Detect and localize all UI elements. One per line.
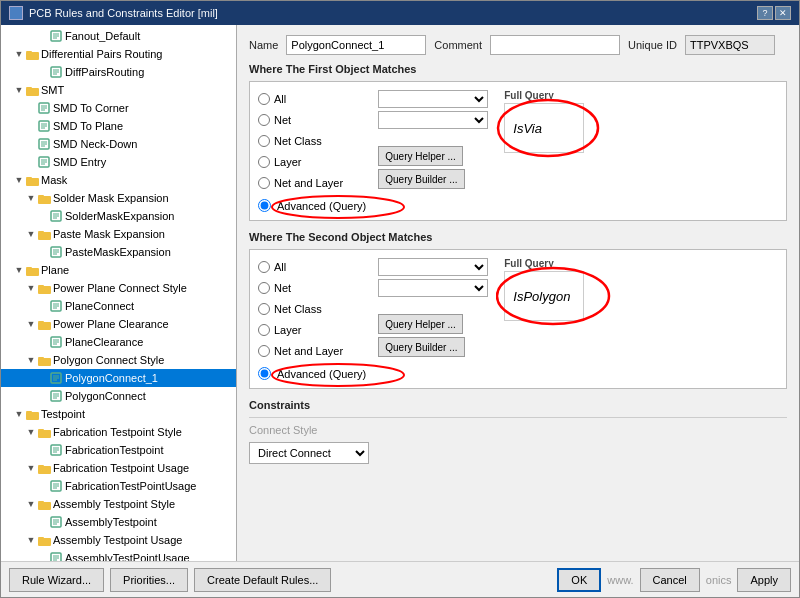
tree-item-smt[interactable]: ▼SMT <box>1 81 236 99</box>
comment-input[interactable] <box>490 35 620 55</box>
second-layer-label: Layer <box>274 324 302 336</box>
second-all-label: All <box>274 261 286 273</box>
first-netclass-radio[interactable] <box>258 135 270 147</box>
first-layer-radio[interactable] <box>258 156 270 168</box>
tree-expand-icon <box>37 516 49 528</box>
second-netclass-label: Net Class <box>274 303 322 315</box>
first-dropdown-2[interactable] <box>378 111 488 129</box>
tree-item-assembly-testpoint[interactable]: ▼Assembly Testpoint Style <box>1 495 236 513</box>
tree-item-fanout-default[interactable]: Fanout_Default <box>1 27 236 45</box>
tree-item-fab-testpoint[interactable]: ▼Fabrication Testpoint Style <box>1 423 236 441</box>
tree-item-polygonconnect1[interactable]: PolygonConnect_1 <box>1 369 236 387</box>
svg-rect-68 <box>38 430 51 438</box>
tree-item-solder-mask-exp[interactable]: ▼Solder Mask Expansion <box>1 189 236 207</box>
first-query-helper-btn[interactable]: Query Helper ... <box>378 146 463 166</box>
tree-item-diffpairs-routing[interactable]: DiffPairsRouting <box>1 63 236 81</box>
apply-btn[interactable]: Apply <box>737 568 791 592</box>
svg-rect-67 <box>26 411 32 413</box>
second-net-radio[interactable] <box>258 282 270 294</box>
app-icon <box>9 6 23 20</box>
tree-item-assemblytestpoint[interactable]: AssemblyTestpoint <box>1 513 236 531</box>
tree-label: SMT <box>41 84 64 96</box>
tree-item-soldermask-exp[interactable]: SolderMaskExpansion <box>1 207 236 225</box>
first-dropdown-1[interactable] <box>378 90 488 108</box>
tree-item-smd-corner[interactable]: SMD To Corner <box>1 99 236 117</box>
tree-item-power-plane-clear[interactable]: ▼Power Plane Clearance <box>1 315 236 333</box>
tree-expand-icon <box>37 390 49 402</box>
first-query-builder-btn[interactable]: Query Builder ... <box>378 169 464 189</box>
rule-wizard-btn[interactable]: Rule Wizard... <box>9 568 104 592</box>
tree-item-smd-entry[interactable]: SMD Entry <box>1 153 236 171</box>
first-query-value-wrapper: IsVia <box>504 103 584 153</box>
name-input[interactable] <box>286 35 426 55</box>
tree-item-power-plane-connect[interactable]: ▼Power Plane Connect Style <box>1 279 236 297</box>
tree-item-fabricationtestpoint[interactable]: FabricationTestpoint <box>1 441 236 459</box>
tree-expand-icon: ▼ <box>13 264 25 276</box>
tree-label: PlaneClearance <box>65 336 143 348</box>
tree-item-smd-plane[interactable]: SMD To Plane <box>1 117 236 135</box>
svg-rect-80 <box>38 502 51 510</box>
svg-rect-28 <box>26 178 39 186</box>
tree-item-testpoint[interactable]: ▼Testpoint <box>1 405 236 423</box>
tree-label: Power Plane Connect Style <box>53 282 187 294</box>
second-net-row: Net <box>258 279 366 297</box>
tree-label: Fabrication Testpoint Style <box>53 426 182 438</box>
tree-item-diff-pairs-routing[interactable]: ▼Differential Pairs Routing <box>1 45 236 63</box>
second-netlayer-radio[interactable] <box>258 345 270 357</box>
tree-item-polygonconnect[interactable]: PolygonConnect <box>1 387 236 405</box>
svg-rect-10 <box>26 88 39 96</box>
tree-label: Plane <box>41 264 69 276</box>
rule-icon <box>37 101 51 115</box>
uniqueid-input[interactable] <box>685 35 775 55</box>
tree-item-planeclearance[interactable]: PlaneClearance <box>1 333 236 351</box>
second-advanced-label: Advanced (Query) <box>277 368 366 380</box>
first-full-query-container: Full Query IsVia <box>504 90 584 153</box>
tree-label: PasteMaskExpansion <box>65 246 171 258</box>
bottom-right-buttons: OK www. Cancel onics Apply <box>557 568 791 592</box>
tree-item-fabricationtestpointusage[interactable]: FabricationTestPointUsage <box>1 477 236 495</box>
priorities-btn[interactable]: Priorities... <box>110 568 188 592</box>
second-all-radio[interactable] <box>258 261 270 273</box>
cancel-btn[interactable]: Cancel <box>640 568 700 592</box>
rule-icon <box>49 299 63 313</box>
second-layer-radio[interactable] <box>258 324 270 336</box>
tree-item-pastemask-exp[interactable]: PasteMaskExpansion <box>1 243 236 261</box>
tree-item-assemblytestpointusage[interactable]: AssemblyTestPointUsage <box>1 549 236 561</box>
svg-rect-30 <box>38 196 51 204</box>
tree-expand-icon: ▼ <box>25 354 37 366</box>
second-netclass-radio[interactable] <box>258 303 270 315</box>
tree-label: PlaneConnect <box>65 300 134 312</box>
first-advanced-radio[interactable] <box>258 199 271 212</box>
tree-expand-icon: ▼ <box>13 84 25 96</box>
connect-style-select[interactable]: Direct Connect Relief Connect No Connect <box>249 442 369 464</box>
first-all-radio[interactable] <box>258 93 270 105</box>
rule-icon <box>49 209 63 223</box>
tree-item-assembly-testpoint-usage[interactable]: ▼Assembly Testpoint Usage <box>1 531 236 549</box>
first-match-section: All Net Net Class Layer <box>249 81 787 221</box>
close-button[interactable]: ✕ <box>775 6 791 20</box>
tree-expand-icon <box>37 444 49 456</box>
second-advanced-radio[interactable] <box>258 367 271 380</box>
second-query-helper-btn[interactable]: Query Helper ... <box>378 314 463 334</box>
tree-item-paste-mask-exp[interactable]: ▼Paste Mask Expansion <box>1 225 236 243</box>
ok-btn[interactable]: OK <box>557 568 601 592</box>
folder-icon <box>37 353 51 367</box>
tree-expand-icon: ▼ <box>25 282 37 294</box>
window-title: PCB Rules and Constraints Editor [mil] <box>29 7 218 19</box>
tree-label: PolygonConnect <box>65 390 146 402</box>
second-query-builder-btn[interactable]: Query Builder ... <box>378 337 464 357</box>
tree-item-plane[interactable]: ▼Plane <box>1 261 236 279</box>
tree-label: FabricationTestPointUsage <box>65 480 196 492</box>
first-net-radio[interactable] <box>258 114 270 126</box>
create-default-btn[interactable]: Create Default Rules... <box>194 568 331 592</box>
tree-item-smd-neckdown[interactable]: SMD Neck-Down <box>1 135 236 153</box>
tree-item-fab-testpoint-usage[interactable]: ▼Fabrication Testpoint Usage <box>1 459 236 477</box>
tree-label: Fabrication Testpoint Usage <box>53 462 189 474</box>
tree-item-planeconnect[interactable]: PlaneConnect <box>1 297 236 315</box>
first-netlayer-radio[interactable] <box>258 177 270 189</box>
tree-item-polygon-connect[interactable]: ▼Polygon Connect Style <box>1 351 236 369</box>
help-button[interactable]: ? <box>757 6 773 20</box>
tree-item-mask[interactable]: ▼Mask <box>1 171 236 189</box>
second-dropdown-2[interactable] <box>378 279 488 297</box>
second-dropdown-1[interactable] <box>378 258 488 276</box>
